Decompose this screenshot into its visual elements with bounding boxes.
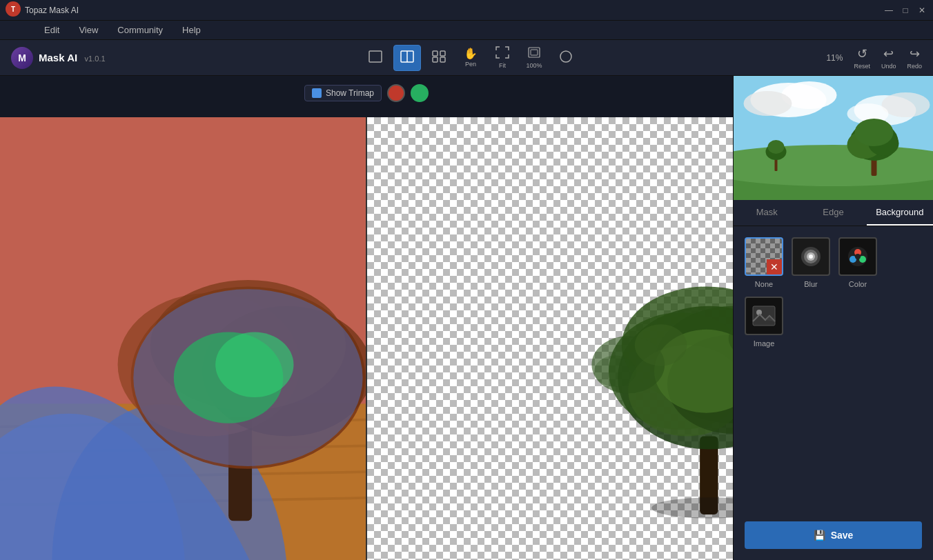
svg-point-71 [855, 254, 861, 259]
menu-community[interactable]: Community [115, 23, 166, 37]
svg-rect-72 [753, 306, 775, 326]
trimap-canvas [0, 117, 366, 560]
bg-image-box [745, 297, 783, 335]
tool-fit[interactable]: Fit [489, 45, 516, 71]
svg-rect-10 [531, 50, 538, 55]
toolbar-center: ✋ Pen Fit 100% [119, 45, 823, 71]
menu-view[interactable]: View [76, 23, 101, 37]
show-trimap-button[interactable]: Show Trimap [304, 85, 382, 101]
reset-button[interactable]: ↺ Reset [854, 46, 870, 70]
window-controls: — □ ✕ [883, 5, 927, 16]
bg-color-box [838, 237, 877, 276]
save-button[interactable]: 💾 Save [745, 521, 922, 549]
menubar: Edit View Community Help [0, 21, 933, 40]
tab-background[interactable]: Background [867, 200, 933, 226]
svg-rect-9 [529, 48, 540, 57]
svg-point-42 [594, 356, 636, 387]
save-label: Save [831, 530, 854, 541]
bg-option-none[interactable]: ✕ None [745, 237, 783, 288]
save-icon: 💾 [814, 530, 825, 541]
titlebar: T Topaz Mask AI — □ ✕ [0, 0, 933, 21]
app-logo: M [11, 47, 33, 69]
titlebar-title-text: Topaz Mask AI [25, 6, 883, 15]
svg-rect-8 [440, 57, 445, 62]
toolbar-right: 11% ↺ Reset ↩ Undo ↪ Redo [822, 46, 922, 70]
fit-label: Fit [499, 62, 506, 69]
right-panel[interactable] [367, 117, 733, 560]
close-button[interactable]: ✕ [916, 5, 927, 16]
svg-point-54 [734, 145, 933, 186]
svg-point-62 [768, 140, 785, 154]
app-header: M Mask AI v1.0.1 [0, 40, 933, 76]
canvas-panels [0, 117, 733, 560]
zoom-level: 11% [822, 53, 843, 63]
right-sidebar: Mask Edge Background ✕ None [733, 76, 933, 560]
svg-point-50 [882, 92, 930, 117]
bg-color-label: Color [849, 280, 867, 288]
pen-label: Pen [465, 61, 476, 68]
output-canvas [367, 117, 733, 560]
tab-mask[interactable]: Mask [734, 200, 800, 226]
svg-rect-7 [433, 57, 438, 62]
bg-blur-box [792, 237, 830, 276]
app-title: Mask AI [39, 52, 77, 63]
panel-tabs: Mask Edge Background [734, 200, 933, 226]
tool-zoom100[interactable]: 100% [520, 45, 548, 71]
svg-point-29 [215, 332, 293, 397]
tool-split[interactable] [393, 45, 421, 71]
svg-point-48 [744, 91, 792, 116]
svg-point-66 [809, 254, 813, 259]
trimap-icon [312, 88, 322, 98]
tool-output[interactable] [362, 45, 389, 71]
tool-pen[interactable]: ✋ Pen [457, 45, 484, 71]
canvas-area: Show Trimap [0, 76, 733, 560]
preview-img-inner [734, 76, 933, 200]
svg-rect-6 [440, 51, 445, 56]
reset-label: Reset [854, 63, 870, 70]
reset-icon: ↺ [857, 46, 867, 61]
bg-none-label: None [755, 280, 773, 288]
zoom100-icon [527, 46, 541, 61]
bg-option-blur[interactable]: Blur [792, 237, 830, 288]
sidebar-spacer [734, 359, 933, 510]
maximize-button[interactable]: □ [900, 5, 911, 16]
bg-none-box: ✕ [745, 237, 783, 276]
svg-point-40 [635, 324, 687, 366]
minimize-button[interactable]: — [883, 5, 894, 16]
pan-icon: ✋ [464, 48, 478, 59]
grid-icon [432, 50, 446, 65]
none-x-indicator: ✕ [767, 259, 782, 274]
redo-label: Redo [907, 63, 922, 70]
svg-point-59 [855, 119, 894, 146]
svg-rect-5 [433, 51, 438, 56]
svg-point-44 [651, 497, 733, 518]
tool-circle[interactable] [552, 45, 580, 71]
left-panel[interactable] [0, 117, 366, 560]
app-version: v1.0.1 [85, 54, 106, 63]
svg-point-11 [560, 51, 571, 62]
trimap-bar: Show Trimap [304, 84, 429, 102]
menu-help[interactable]: Help [179, 23, 204, 37]
tool-grid[interactable] [425, 45, 453, 71]
preview-image [734, 76, 933, 200]
svg-rect-2 [369, 51, 382, 62]
bg-option-image[interactable]: Image [745, 297, 783, 348]
bg-image-label: Image [754, 339, 775, 348]
trimap-dot-green[interactable] [411, 84, 429, 102]
split-icon [400, 50, 414, 65]
trimap-dot-red[interactable] [387, 84, 405, 102]
redo-icon: ↪ [910, 46, 920, 61]
bg-blur-label: Blur [804, 280, 818, 288]
titlebar-logo: T [6, 1, 21, 19]
tab-edge[interactable]: Edge [800, 200, 866, 226]
menu-edit[interactable]: Edit [41, 23, 62, 37]
undo-label: Undo [881, 63, 896, 70]
save-area: 💾 Save [734, 510, 933, 560]
zoom100-label: 100% [526, 62, 542, 69]
undo-icon: ↩ [883, 46, 894, 61]
redo-button[interactable]: ↪ Redo [907, 46, 922, 70]
bg-options: ✕ None Blur [734, 226, 933, 359]
bg-option-color[interactable]: Color [838, 237, 877, 288]
undo-button[interactable]: ↩ Undo [881, 46, 896, 70]
circle-icon [559, 50, 573, 66]
